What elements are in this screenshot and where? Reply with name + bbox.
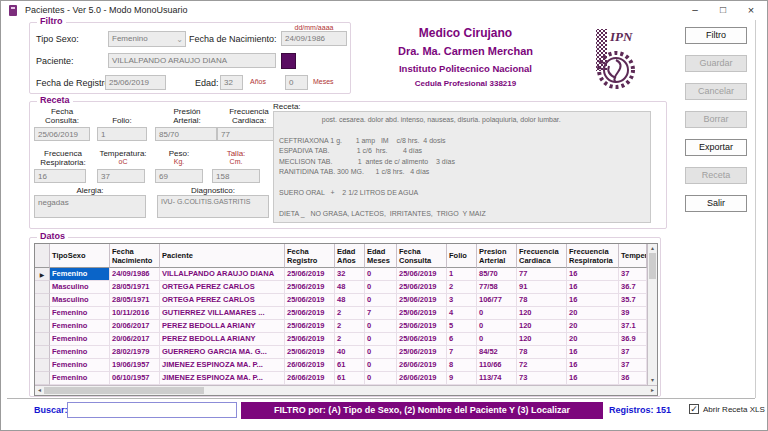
- table-cell[interactable]: 37: [619, 268, 647, 281]
- peso-field[interactable]: 69: [155, 169, 203, 183]
- frecuencia-respiratoria-field[interactable]: 16: [34, 169, 86, 183]
- row-header[interactable]: ▶: [35, 268, 50, 281]
- table-cell[interactable]: 25/06/2019: [397, 268, 447, 281]
- table-cell[interactable]: 36.9: [619, 333, 647, 346]
- fecha-registro-field[interactable]: 25/06/2019: [105, 75, 166, 90]
- table-cell[interactable]: 24/09/1986: [110, 268, 160, 281]
- fecha-consulta-field[interactable]: 25/06/2019: [34, 127, 90, 141]
- table-cell[interactable]: 5: [447, 320, 477, 333]
- vertical-scrollbar-thumb[interactable]: [649, 253, 656, 279]
- table-cell[interactable]: 25/06/2019: [397, 294, 447, 307]
- table-cell[interactable]: 36.7: [619, 281, 647, 294]
- table-cell[interactable]: 1: [447, 268, 477, 281]
- scroll-up-icon[interactable]: ▴: [648, 244, 657, 253]
- row-header[interactable]: [35, 307, 50, 320]
- column-header[interactable]: Edad Años: [335, 244, 365, 268]
- table-cell[interactable]: 2: [447, 281, 477, 294]
- button-guardar[interactable]: Guardar: [685, 55, 747, 72]
- maximize-button[interactable]: □: [709, 1, 737, 19]
- table-cell[interactable]: 32: [335, 268, 365, 281]
- table-cell[interactable]: PEREZ BEDOLLA ARIANY: [160, 320, 285, 333]
- table-cell[interactable]: VILLALPANDO ARAUJO DIANA: [160, 268, 285, 281]
- table-cell[interactable]: 0: [365, 268, 397, 281]
- table-cell[interactable]: 26/06/2019: [397, 372, 447, 385]
- row-header[interactable]: [35, 333, 50, 346]
- table-cell[interactable]: 37: [619, 359, 647, 372]
- table-cell[interactable]: 25/06/2019: [285, 320, 335, 333]
- column-header[interactable]: Temperatura: [619, 244, 647, 268]
- table-cell[interactable]: 26/06/2019: [397, 359, 447, 372]
- table-cell[interactable]: 19/06/1957: [110, 359, 160, 372]
- table-cell[interactable]: 25/06/2019: [397, 281, 447, 294]
- grid-horizontal-scrollbar[interactable]: ◂ ▸: [35, 385, 657, 395]
- row-header[interactable]: [35, 372, 50, 385]
- row-header[interactable]: [35, 359, 50, 372]
- table-cell[interactable]: 6: [447, 333, 477, 346]
- table-cell[interactable]: 48: [335, 281, 365, 294]
- table-cell[interactable]: 16: [567, 281, 619, 294]
- table-cell[interactable]: 16: [567, 346, 619, 359]
- table-cell[interactable]: 113/74: [477, 372, 517, 385]
- table-cell[interactable]: 25/06/2019: [285, 333, 335, 346]
- table-cell[interactable]: 48: [335, 294, 365, 307]
- row-header[interactable]: [35, 320, 50, 333]
- table-cell[interactable]: 16: [567, 372, 619, 385]
- table-cell[interactable]: 120: [517, 320, 567, 333]
- table-cell[interactable]: 85/70: [477, 268, 517, 281]
- table-cell[interactable]: 25/06/2019: [397, 307, 447, 320]
- table-cell[interactable]: 110/66: [477, 359, 517, 372]
- button-salir[interactable]: Salir: [685, 195, 747, 212]
- button-borrar[interactable]: Borrar: [685, 111, 747, 128]
- table-cell[interactable]: 26/06/2019: [285, 359, 335, 372]
- folio-field[interactable]: 1: [97, 127, 147, 141]
- scroll-right-icon[interactable]: ▸: [648, 386, 657, 395]
- table-cell[interactable]: 28/05/1971: [110, 294, 160, 307]
- table-cell[interactable]: 0: [365, 333, 397, 346]
- table-cell[interactable]: Femenino: [50, 346, 110, 359]
- table-cell[interactable]: 35.7: [619, 294, 647, 307]
- column-header[interactable]: Fecha Nacimiento: [110, 244, 160, 268]
- table-cell[interactable]: Femenino: [50, 307, 110, 320]
- table-cell[interactable]: 20/06/2017: [110, 333, 160, 346]
- table-cell[interactable]: 120: [517, 307, 567, 320]
- receta-textarea[interactable]: post. cesarea. dolor abd. intenso, nause…: [273, 111, 651, 223]
- table-cell[interactable]: 25/06/2019: [397, 333, 447, 346]
- table-cell[interactable]: Femenino: [50, 333, 110, 346]
- row-header[interactable]: [35, 281, 50, 294]
- grid-vertical-scrollbar[interactable]: ▴ ▾: [647, 244, 657, 385]
- alergia-field[interactable]: negadas: [34, 195, 146, 218]
- table-cell[interactable]: 20: [567, 307, 619, 320]
- column-header[interactable]: Edad Meses: [365, 244, 397, 268]
- abrir-receta-checkbox[interactable]: ✓ Abrir Receta XLS: [689, 404, 765, 414]
- table-cell[interactable]: 0: [365, 294, 397, 307]
- table-cell[interactable]: Masculino: [50, 281, 110, 294]
- table-cell[interactable]: 25/06/2019: [285, 268, 335, 281]
- column-header[interactable]: Frecuencia Respiratoria: [567, 244, 619, 268]
- table-cell[interactable]: 26/06/2019: [285, 372, 335, 385]
- table-cell[interactable]: 25/06/2019: [285, 294, 335, 307]
- table-cell[interactable]: 9: [447, 372, 477, 385]
- table-cell[interactable]: 20: [567, 320, 619, 333]
- table-cell[interactable]: 78: [517, 346, 567, 359]
- checkbox-box[interactable]: ✓: [689, 404, 699, 414]
- table-cell[interactable]: 84/52: [477, 346, 517, 359]
- table-cell[interactable]: 73: [517, 372, 567, 385]
- table-cell[interactable]: 4: [447, 307, 477, 320]
- table-cell[interactable]: 39: [619, 307, 647, 320]
- table-cell[interactable]: Masculino: [50, 294, 110, 307]
- table-cell[interactable]: 28/05/1971: [110, 281, 160, 294]
- table-cell[interactable]: 16: [567, 359, 619, 372]
- table-cell[interactable]: ORTEGA PEREZ CARLOS: [160, 294, 285, 307]
- frecuencia-cardiaca-field[interactable]: 77: [217, 127, 279, 141]
- temperatura-field[interactable]: 37: [97, 169, 145, 183]
- fecha-nacimiento-field[interactable]: 24/09/1986: [281, 31, 347, 46]
- table-cell[interactable]: 25/06/2019: [285, 307, 335, 320]
- table-cell[interactable]: 0: [365, 320, 397, 333]
- table-cell[interactable]: 7: [365, 307, 397, 320]
- row-header-column[interactable]: [35, 244, 50, 268]
- table-cell[interactable]: 36: [619, 372, 647, 385]
- table-cell[interactable]: JIMENEZ ESPINOZA MA. P...: [160, 372, 285, 385]
- diagnostico-field[interactable]: IVU- G.COLITIS.GASTRITIS: [157, 195, 269, 218]
- table-cell[interactable]: Femenino: [50, 372, 110, 385]
- table-cell[interactable]: 0: [477, 320, 517, 333]
